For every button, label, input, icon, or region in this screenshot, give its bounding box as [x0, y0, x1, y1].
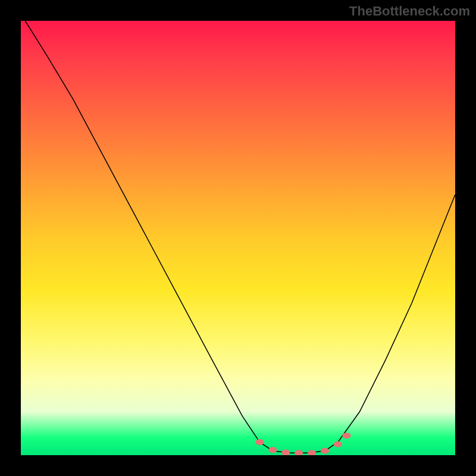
watermark-text: TheBottleneck.com: [349, 4, 470, 19]
plot-area: [21, 21, 455, 455]
curve-marker: [334, 441, 342, 447]
bottleneck-curve: [21, 21, 455, 455]
curve-marker: [321, 448, 329, 454]
curve-marker: [268, 447, 277, 453]
curve-marker: [256, 439, 264, 445]
curve-marker: [295, 450, 303, 455]
curve-marker: [308, 450, 316, 455]
curve-marker: [343, 433, 351, 439]
curve-marker: [281, 450, 290, 455]
